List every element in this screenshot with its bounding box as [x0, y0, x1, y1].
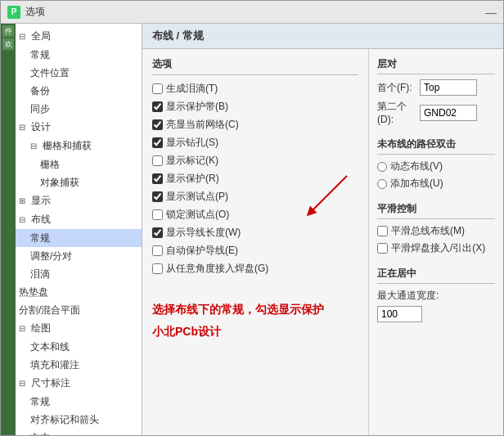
sidebar-item-fenge[interactable]: 分割/混合平面 [16, 301, 142, 319]
smooth-title: 平滑控制 [377, 202, 495, 219]
center-section: 正在居中 最大通道宽度: [377, 267, 495, 322]
cb-congrenjiao[interactable] [152, 263, 163, 274]
cb-label-xianchang: 显示导线长度(W) [166, 226, 241, 240]
sidebar-tree: ⊟ 全局 常规 文件位置 备份 同步 ⊟ 设计 ⊟ 栅格和捕获 [16, 24, 142, 435]
sidebar-item-chicun[interactable]: ⊟ 尺寸标注 [16, 374, 142, 393]
cb-label-biaoji: 显示标记(K) [166, 154, 218, 168]
cb-baohur[interactable] [152, 173, 163, 184]
annotation-line1: 选择布线下的常规，勾选显示保护 [152, 300, 358, 318]
radio-dynamic: 动态布线(V) [377, 160, 495, 173]
smooth-section: 平滑控制 平滑总线布线(M) 平滑焊盘接入/引出(X) [377, 202, 495, 258]
first-layer-input[interactable] [420, 79, 477, 96]
left-icon-1: 件 [2, 25, 14, 37]
checkbox-shengcheng: 生成泪滴(T) [152, 82, 358, 96]
sidebar-item-changgui[interactable]: 常规 [16, 46, 142, 64]
options-panel: 选项 生成泪滴(T) 显示保护带(B) 亮显当前网络(C) [142, 49, 368, 435]
sidebar-item-shage-buhuo[interactable]: ⊟ 栅格和捕获 [16, 137, 142, 155]
expand-icon-huitu: ⊟ [19, 321, 29, 336]
checkbox-congrenjiao: 从任意角度接入焊盘(G) [152, 262, 358, 276]
cb-label-baohur: 显示保护(R) [166, 172, 219, 186]
radio-add-label: 添加布线(U) [390, 177, 443, 191]
title-bar-left: P 选项 [7, 5, 45, 19]
sidebar-item-duiqi[interactable]: 对齐标记和箭头 [16, 411, 142, 429]
expand-icon-chicun: ⊟ [19, 376, 29, 391]
layer-pair-title: 层对 [377, 57, 495, 74]
first-layer-row: 首个(F): [377, 79, 495, 96]
left-icon-2: 欢 [2, 38, 14, 50]
sidebar-item-xianshi[interactable]: ⊞ 显示 [16, 191, 142, 210]
cb-cediand[interactable] [152, 191, 163, 202]
sidebar-item-buxian[interactable]: ⊟ 布线 [16, 210, 142, 229]
checkbox-biaoji: 显示标记(K) [152, 154, 358, 168]
sidebar-item-hanliao[interactable]: 泪滴 [16, 265, 142, 283]
unrouted-title: 未布线的路径双击 [377, 137, 495, 155]
checkbox-xianchang: 显示导线长度(W) [152, 226, 358, 240]
radio-dynamic-label: 动态布线(V) [390, 160, 443, 173]
main-panel: 布线 / 常规 选项 生成泪滴(T) 显示保护带(B) 亮显当前网络 [142, 24, 503, 435]
cb-xianshibaohudai[interactable] [152, 101, 163, 112]
smooth-cb1-row: 平滑总线布线(M) [377, 224, 495, 238]
checkbox-baohur: 显示保护(R) [152, 172, 358, 186]
annotation-line2: 小北PCb设计 [152, 325, 358, 339]
cb-label-cediand: 显示测试点(P) [166, 190, 228, 204]
expand-icon-buxian: ⊟ [19, 213, 29, 227]
expand-icon-xianshi: ⊞ [19, 194, 29, 209]
title-bar: P 选项 — [1, 1, 503, 24]
window-title: 选项 [25, 5, 45, 19]
sidebar-item-wenben2[interactable]: 文本 [16, 429, 142, 435]
sidebar-item-beifen[interactable]: 备份 [16, 82, 142, 100]
expand-icon-shage: ⊟ [30, 139, 40, 154]
layer-pair-section: 层对 首个(F): 第二个(D): [377, 57, 495, 129]
sidebar-item-tianchong[interactable]: 填充和灌注 [16, 356, 142, 374]
smooth-cb2[interactable] [377, 243, 388, 254]
cb-label-zhuankong: 显示钻孔(S) [166, 136, 218, 150]
smooth-cb1[interactable] [377, 226, 388, 236]
sidebar-item-chicun-changgui[interactable]: 常规 [16, 393, 142, 411]
cb-zidonggaohudao[interactable] [152, 245, 163, 256]
radio-add-input[interactable] [377, 179, 387, 189]
sidebar-item-tiaozheng[interactable]: 调整/分对 [16, 247, 142, 265]
cb-suodingcedian[interactable] [152, 209, 163, 220]
minimize-button[interactable]: — [485, 6, 497, 19]
checkbox-zhuankong: 显示钻孔(S) [152, 136, 358, 150]
smooth-cb2-label: 平滑焊盘接入/引出(X) [391, 241, 485, 255]
smooth-cb2-row: 平滑焊盘接入/引出(X) [377, 241, 495, 255]
sidebar-item-wenjian[interactable]: 文件位置 [16, 64, 142, 82]
main-content: 件 欢 ⊟ 全局 常规 文件位置 备份 同步 ⊟ 设计 [1, 24, 503, 435]
sidebar-item-huitu[interactable]: ⊟ 绘图 [16, 319, 142, 338]
sidebar-item-sheji[interactable]: ⊟ 设计 [16, 118, 142, 137]
first-layer-label: 首个(F): [377, 81, 416, 95]
max-width-label: 最大通道宽度: [377, 289, 495, 303]
cb-liangshi[interactable] [152, 119, 163, 130]
cb-biaoji[interactable] [152, 155, 163, 166]
expand-icon-sheji: ⊟ [19, 120, 29, 135]
expand-icon: ⊟ [19, 29, 29, 44]
checkbox-xianshibaohudai: 显示保护带(B) [152, 100, 358, 114]
max-width-input[interactable] [377, 306, 422, 322]
sidebar-item-buxian-changgui[interactable]: 常规 [16, 229, 142, 247]
sidebar-item-duixiang[interactable]: 对象捕获 [16, 173, 142, 191]
sidebar-item-tongbu[interactable]: 同步 [16, 100, 142, 118]
sidebar-item-wenben[interactable]: 文本和线 [16, 338, 142, 356]
checkbox-zidonggaohudao: 自动保护导线(E) [152, 244, 358, 258]
cb-shengcheng[interactable] [152, 83, 163, 94]
cb-zhuankong[interactable] [152, 137, 163, 148]
second-layer-row: 第二个(D): [377, 100, 495, 125]
sidebar-item-repad[interactable]: 热垫盘 [16, 283, 142, 301]
sidebar-item-shage[interactable]: 栅格 [16, 155, 142, 173]
second-layer-label: 第二个(D): [377, 100, 416, 125]
cb-label-congrenjiao: 从任意角度接入焊盘(G) [166, 262, 268, 276]
app-icon: P [7, 6, 20, 19]
cb-xianchang[interactable] [152, 227, 163, 238]
radio-dynamic-input[interactable] [377, 162, 387, 172]
checkbox-liangshi: 亮显当前网络(C) [152, 118, 358, 132]
sidebar-item-quanju[interactable]: ⊟ 全局 [16, 27, 142, 46]
main-body: 选项 生成泪滴(T) 显示保护带(B) 亮显当前网络(C) [142, 49, 503, 435]
cb-label-xianshibaohudai: 显示保护带(B) [166, 100, 228, 114]
second-layer-input[interactable] [420, 105, 477, 121]
checkbox-cediand: 显示测试点(P) [152, 190, 358, 204]
left-icon-strip: 件 欢 [1, 24, 16, 435]
checkbox-suodingcedian: 锁定测试点(O) [152, 208, 358, 222]
cb-label-zidonggaohudao: 自动保护导线(E) [166, 244, 238, 258]
right-panel: 层对 首个(F): 第二个(D): 未布线的路径双击 [368, 49, 503, 435]
